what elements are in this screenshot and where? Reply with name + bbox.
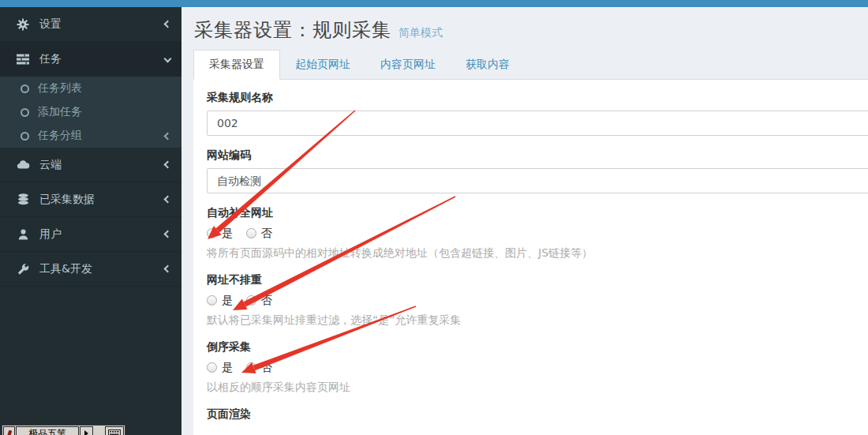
reverse-collect-no-radio[interactable] <box>246 362 256 373</box>
wrench-icon <box>14 263 32 276</box>
reverse-collect-help: 以相反的顺序采集内容页网址 <box>207 381 868 395</box>
chevron-left-icon <box>164 21 172 28</box>
circle-icon <box>21 132 29 141</box>
tab-get-content[interactable]: 获取内容 <box>451 51 525 79</box>
simple-mode-link[interactable]: 简单模式 <box>398 26 443 40</box>
sidebar-subitem-add-task[interactable]: 添加任务 <box>0 100 181 124</box>
reverse-collect-yes-radio[interactable] <box>207 362 217 373</box>
auto-complete-url-radios: 是 否 <box>207 226 868 240</box>
chevron-left-icon <box>164 161 172 169</box>
sidebar-item-label: 已采集数据 <box>39 193 165 207</box>
sidebar: 设置 任务 任务列表 <box>0 7 181 435</box>
chevron-left-icon <box>164 265 172 273</box>
sidebar-subitem-task-list[interactable]: 任务列表 <box>0 77 181 100</box>
sidebar-subitem-label: 任务分组 <box>38 129 165 143</box>
ime-menu-arrow-icon[interactable] <box>80 426 93 435</box>
app-layout: 设置 任务 任务列表 <box>0 7 868 435</box>
sidebar-item-cloud[interactable]: 云端 <box>0 148 181 182</box>
sidebar-item-collected-data[interactable]: 已采集数据 <box>0 182 181 217</box>
url-no-dedupe-yes-radio[interactable] <box>207 295 217 306</box>
radio-option-label[interactable]: 是 <box>222 293 234 308</box>
user-icon <box>14 228 32 241</box>
main-content: 采集器设置：规则采集 简单模式 采集器设置 起始页网址 内容页网址 获取内容 采… <box>181 7 868 435</box>
sidebar-subitem-label: 添加任务 <box>38 105 170 119</box>
circle-icon <box>21 108 29 117</box>
chevron-down-icon <box>164 55 172 63</box>
circle-icon <box>21 84 29 93</box>
ime-name-button[interactable]: 极品五笔 <box>16 426 79 435</box>
sidebar-item-label: 云端 <box>39 158 165 172</box>
radio-option-label[interactable]: 否 <box>261 226 273 241</box>
radio-option-label[interactable]: 否 <box>261 360 273 375</box>
chevron-left-icon <box>164 231 172 238</box>
settings-panel: 采集规则名称 网站编码 自动检测 自动补全网址 是 否 将所有页面源码中的相对地… <box>193 80 868 435</box>
reverse-collect-group: 倒序采集 是 否 以相反的顺序采集内容页网址 <box>207 340 868 395</box>
sidebar-item-label: 设置 <box>39 17 165 32</box>
reverse-collect-label: 倒序采集 <box>207 340 868 354</box>
radio-option-label[interactable]: 是 <box>222 360 234 375</box>
sidebar-item-label: 用户 <box>39 227 165 242</box>
cloud-icon <box>14 159 32 171</box>
auto-complete-url-label: 自动补全网址 <box>207 206 868 220</box>
auto-complete-yes-radio[interactable] <box>207 228 217 238</box>
rule-name-label: 采集规则名称 <box>207 91 868 105</box>
url-no-dedupe-no-radio[interactable] <box>246 295 256 306</box>
url-no-dedupe-group: 网址不排重 是 否 默认将已采集网址排重过滤，选择“是”允许重复采集 <box>207 273 868 328</box>
rule-name-group: 采集规则名称 <box>207 91 868 136</box>
tasks-submenu: 任务列表 添加任务 任务分组 <box>0 77 181 148</box>
tab-collector-settings[interactable]: 采集器设置 <box>193 50 280 80</box>
rule-name-input[interactable] <box>207 111 868 136</box>
sidebar-item-tools-dev[interactable]: 工具&开发 <box>0 252 181 287</box>
chevron-left-icon <box>164 132 172 140</box>
sidebar-subitem-task-groups[interactable]: 任务分组 <box>0 124 181 148</box>
radio-option-label[interactable]: 否 <box>261 293 273 308</box>
encoding-label: 网站编码 <box>207 148 868 163</box>
chevron-left-icon <box>164 196 172 204</box>
encoding-select[interactable]: 自动检测 <box>207 168 868 193</box>
sidebar-item-label: 任务 <box>39 52 165 66</box>
encoding-group: 网站编码 自动检测 <box>207 148 868 193</box>
sidebar-item-label: 工具&开发 <box>39 262 165 276</box>
top-navbar <box>0 0 868 7</box>
page-render-label: 页面渲染 <box>207 407 868 422</box>
gear-icon <box>14 18 32 31</box>
tasks-icon <box>14 53 32 66</box>
page-render-group: 页面渲染 <box>207 407 868 422</box>
tab-bar: 采集器设置 起始页网址 内容页网址 获取内容 <box>193 50 868 80</box>
database-icon <box>14 193 32 206</box>
tab-content-page-urls[interactable]: 内容页网址 <box>365 51 451 79</box>
url-no-dedupe-radios: 是 否 <box>207 293 868 307</box>
sidebar-item-user[interactable]: 用户 <box>0 217 181 252</box>
sidebar-item-settings[interactable]: 设置 <box>0 7 181 42</box>
url-no-dedupe-label: 网址不排重 <box>207 273 868 287</box>
radio-option-label[interactable]: 是 <box>222 226 234 241</box>
keyboard-icon[interactable] <box>105 426 124 435</box>
tab-start-page-urls[interactable]: 起始页网址 <box>280 51 365 79</box>
auto-complete-no-radio[interactable] <box>246 228 256 238</box>
auto-complete-url-help: 将所有页面源码中的相对地址转换成绝对地址（包含超链接、图片、JS链接等） <box>207 246 868 261</box>
page-title: 采集器设置：规则采集 <box>194 17 391 43</box>
page-header: 采集器设置：规则采集 简单模式 <box>181 7 868 50</box>
ime-language-bar: 极品五笔 <box>2 425 125 435</box>
sidebar-item-tasks[interactable]: 任务 <box>0 42 181 77</box>
ime-spacer <box>94 426 104 435</box>
reverse-collect-radios: 是 否 <box>207 360 868 374</box>
ime-input-style-icon[interactable] <box>3 426 15 435</box>
auto-complete-url-group: 自动补全网址 是 否 将所有页面源码中的相对地址转换成绝对地址（包含超链接、图片… <box>207 206 868 261</box>
sidebar-subitem-label: 任务列表 <box>38 81 170 96</box>
url-no-dedupe-help: 默认将已采集网址排重过滤，选择“是”允许重复采集 <box>207 313 868 328</box>
